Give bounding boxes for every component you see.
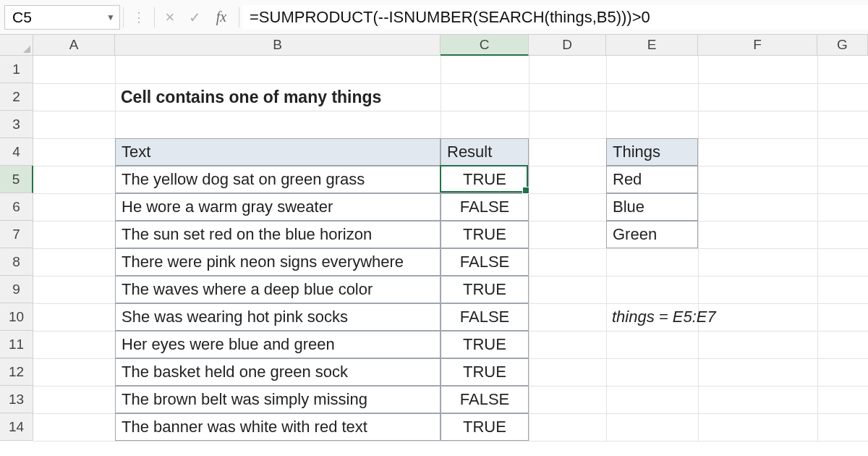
col-header-F[interactable]: F: [698, 35, 817, 56]
table-row-text[interactable]: He wore a warm gray sweater: [115, 193, 441, 221]
col-header-B[interactable]: B: [115, 35, 441, 56]
divider: [239, 7, 239, 28]
row-header-1[interactable]: 1: [0, 56, 33, 83]
table-row-result[interactable]: FALSE: [441, 248, 529, 276]
table-header-text: Text: [115, 138, 441, 166]
table-header-result: Result: [441, 138, 529, 166]
formula-input[interactable]: =SUMPRODUCT(--ISNUMBER(SEARCH(things,B5)…: [242, 5, 868, 30]
cell-grid[interactable]: Cell contains one of many thingsTextResu…: [33, 56, 868, 441]
col-header-C[interactable]: C: [441, 35, 529, 56]
row-header-10[interactable]: 10: [0, 303, 33, 331]
table-row-text[interactable]: There were pink neon signs everywhere: [115, 248, 441, 276]
things-header: Things: [606, 138, 698, 166]
things-item[interactable]: Green: [606, 221, 698, 248]
table-row-result[interactable]: TRUE: [441, 221, 529, 248]
table-row-result[interactable]: FALSE: [441, 386, 529, 413]
cancel-icon[interactable]: ×: [158, 8, 182, 27]
table-row-result[interactable]: FALSE: [441, 193, 529, 221]
things-item[interactable]: Red: [606, 166, 698, 193]
table-row-result[interactable]: TRUE: [441, 331, 529, 358]
name-box[interactable]: C5 ▼: [4, 5, 120, 30]
name-box-dropdown-icon[interactable]: ▼: [106, 12, 115, 22]
row-header-6[interactable]: 6: [0, 193, 33, 221]
table-row-result[interactable]: FALSE: [441, 303, 529, 331]
row-header-4[interactable]: 4: [0, 138, 33, 166]
table-row-text[interactable]: The sun set red on the blue horizon: [115, 221, 441, 248]
row-headers: 1234567891011121314: [0, 56, 33, 441]
table-row-text[interactable]: The banner was white with red text: [115, 413, 441, 441]
row-header-2[interactable]: 2: [0, 83, 33, 111]
divider: [123, 7, 124, 28]
column-headers: ABCDEFG: [0, 35, 868, 56]
row-header-14[interactable]: 14: [0, 413, 33, 441]
col-header-E[interactable]: E: [606, 35, 698, 56]
row-header-11[interactable]: 11: [0, 331, 33, 358]
row-header-5[interactable]: 5: [0, 166, 33, 193]
page-title: Cell contains one of many things: [115, 83, 529, 111]
table-row-result[interactable]: TRUE: [441, 166, 529, 193]
divider: [154, 7, 155, 28]
note-label: things = E5:E7: [606, 303, 817, 331]
table-row-result[interactable]: TRUE: [441, 276, 529, 303]
vdots-icon: ⋮: [127, 9, 151, 25]
col-header-D[interactable]: D: [529, 35, 606, 56]
fx-icon[interactable]: fx: [207, 9, 236, 25]
table-row-result[interactable]: TRUE: [441, 358, 529, 386]
row-header-8[interactable]: 8: [0, 248, 33, 276]
row-header-9[interactable]: 9: [0, 276, 33, 303]
table-row-text[interactable]: Her eyes were blue and green: [115, 331, 441, 358]
table-row-result[interactable]: TRUE: [441, 413, 529, 441]
formula-text: =SUMPRODUCT(--ISNUMBER(SEARCH(things,B5)…: [250, 8, 650, 27]
formula-bar: C5 ▼ ⋮ × ✓ fx =SUMPRODUCT(--ISNUMBER(SEA…: [0, 0, 868, 35]
row-header-12[interactable]: 12: [0, 358, 33, 386]
table-row-text[interactable]: She was wearing hot pink socks: [115, 303, 441, 331]
things-item[interactable]: Blue: [606, 193, 698, 221]
row-header-3[interactable]: 3: [0, 111, 33, 138]
table-row-text[interactable]: The waves where a deep blue color: [115, 276, 441, 303]
name-box-value: C5: [12, 9, 32, 26]
row-header-13[interactable]: 13: [0, 386, 33, 413]
col-header-A[interactable]: A: [33, 35, 115, 56]
table-row-text[interactable]: The brown belt was simply missing: [115, 386, 441, 413]
select-all-corner[interactable]: [0, 35, 33, 56]
check-icon[interactable]: ✓: [182, 9, 207, 26]
row-header-7[interactable]: 7: [0, 221, 33, 248]
worksheet: ABCDEFG 1234567891011121314 Cell contain…: [0, 35, 868, 441]
table-row-text[interactable]: The basket held one green sock: [115, 358, 441, 386]
table-row-text[interactable]: The yellow dog sat on green grass: [115, 166, 441, 193]
col-header-G[interactable]: G: [817, 35, 868, 56]
